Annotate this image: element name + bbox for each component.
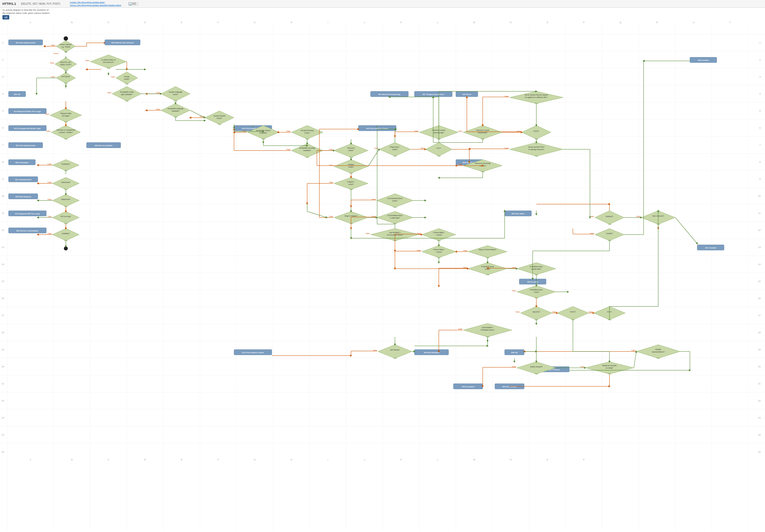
svg-text:4: 4 — [2, 93, 3, 95]
svg-text:Resource: Resource — [348, 147, 355, 149]
svg-text:201 Created: 201 Created — [705, 247, 716, 249]
svg-text:exists?: exists? — [392, 200, 397, 202]
svg-text:True: True — [535, 103, 538, 104]
svg-text:Redirect?: Redirect? — [606, 216, 613, 217]
svg-text:False: False — [107, 92, 111, 94]
svg-text:False: False — [636, 216, 640, 217]
svg-text:available?: available? — [172, 110, 180, 112]
svg-text:Conflict?: Conflict? — [606, 233, 613, 234]
svg-text:True: True — [656, 357, 660, 359]
svg-text:exists?: exists? — [349, 183, 354, 185]
svg-text:Server desires that the reques: Server desires that the request — [525, 94, 548, 96]
svg-text:True: True — [535, 155, 538, 157]
svg-text:4: 4 — [759, 93, 761, 95]
svg-text:Accept-Charset: Accept-Charset — [214, 115, 225, 117]
svg-text:2: 2 — [2, 59, 3, 61]
svg-text:9: 9 — [2, 178, 3, 180]
svg-marker-252 — [425, 142, 452, 156]
svg-text:E: E — [181, 458, 182, 461]
svg-text:Q: Q — [619, 21, 621, 24]
svg-text:O: O — [546, 21, 548, 24]
svg-text:9: 9 — [759, 178, 761, 180]
svg-marker-329 — [557, 306, 589, 320]
svg-text:3: 3 — [2, 76, 3, 78]
svg-text:L: L — [437, 21, 438, 24]
svg-text:True: True — [174, 100, 177, 102]
svg-text:Acceptable encoding: Acceptable encoding — [299, 147, 315, 149]
svg-text:type available?: type available? — [121, 94, 133, 96]
svg-text:19: 19 — [758, 348, 761, 351]
svg-text:20: 20 — [758, 366, 761, 368]
cc-license-icon — [129, 2, 138, 6]
source-link[interactable]: Source: http://throughput.net/alan-dean/… — [70, 4, 121, 7]
svg-text:P: P — [583, 458, 585, 461]
svg-text:Resource previously: Resource previously — [475, 162, 490, 164]
svg-text:25: 25 — [758, 451, 761, 453]
svg-text:24: 24 — [2, 433, 4, 436]
svg-marker-354 — [595, 228, 624, 241]
svg-text:F: F — [218, 21, 219, 24]
svg-text:* exists?: * exists? — [436, 234, 442, 236]
svg-line-536 — [190, 110, 205, 118]
svg-text:Etag in If-Match?: Etag in If-Match? — [345, 215, 358, 217]
svg-text:True: True — [107, 67, 110, 69]
svg-text:501 Not Implemented: 501 Not Implemented — [16, 42, 36, 44]
svg-text:Accept: Accept — [124, 76, 129, 78]
svg-text:202 Accepted: 202 Accepted — [462, 386, 474, 388]
svg-text:PUT?: PUT? — [436, 147, 441, 149]
svg-text:H: H — [291, 21, 292, 24]
svg-marker-238 — [52, 159, 79, 171]
svg-line-541 — [307, 211, 327, 217]
svg-text:1: 1 — [2, 41, 3, 44]
svg-text:5: 5 — [759, 110, 761, 112]
svg-text:False: False — [50, 62, 54, 64]
svg-text:J: J — [364, 21, 365, 24]
svg-text:e.g. TRACE: e.g. TRACE — [61, 46, 70, 48]
svg-text:If-Match: If-Match — [348, 164, 354, 165]
svg-text:True: True — [486, 274, 489, 276]
header-bar: HTTP/1.1 (DELETE, GET, HEAD, PUT, POST) … — [0, 0, 765, 8]
svg-text:400 Bad Request: 400 Bad Request — [15, 196, 31, 198]
svg-text:False: False — [48, 216, 52, 217]
creator-link[interactable]: Creator: http://throughput.net/alan-dean… — [70, 1, 121, 4]
svg-text:too large?: too large? — [62, 115, 70, 117]
svg-text:403 Forbidden: 403 Forbidden — [15, 161, 29, 164]
svg-text:True: True — [608, 223, 611, 225]
svg-text:L: L — [437, 458, 438, 461]
svg-text:405 Method Not Allowed: 405 Method Not Allowed — [111, 42, 134, 44]
svg-text:O: O — [546, 458, 548, 461]
svg-text:If-Modified-Since: If-Modified-Since — [530, 266, 543, 267]
svg-text:410 Gone: 410 Gone — [462, 93, 471, 96]
svg-text:POST?: POST? — [534, 130, 539, 132]
svg-text:B: B — [71, 458, 73, 461]
svg-text:B: B — [71, 21, 73, 24]
svg-text:P: P — [583, 21, 585, 24]
svg-text:303 See Other: 303 See Other — [511, 213, 524, 215]
svg-text:1: 1 — [759, 41, 761, 44]
svg-text:Accept-Language: Accept-Language — [169, 91, 182, 93]
svg-text:R: R — [656, 21, 658, 24]
svg-text:False: False — [51, 76, 55, 78]
diagram-svg: A B C D E F G H I J K L M N O P Q R S T … — [0, 20, 765, 531]
svg-text:True: True — [64, 138, 68, 140]
svg-text:False: False — [374, 147, 379, 149]
svg-text:If-None-Match:: If-None-Match: — [433, 249, 444, 250]
svg-text:Server permits POST: Server permits POST — [528, 146, 545, 148]
svg-text:200 OK: 200 OK — [14, 93, 20, 96]
svg-text:23: 23 — [758, 416, 761, 419]
svg-text:HEAD, POST?: HEAD, POST? — [60, 64, 71, 66]
svg-text:10: 10 — [758, 195, 761, 197]
svg-text:If-Modified-Since: If-Modified-Since — [481, 266, 494, 267]
svg-text:False: False — [329, 181, 333, 183]
svg-text:F: F — [218, 458, 219, 461]
svg-text:21: 21 — [758, 383, 761, 385]
svg-text:Resource moved: Resource moved — [476, 130, 489, 131]
svg-text:M: M — [473, 458, 475, 461]
svg-marker-287 — [52, 228, 79, 241]
svg-text:this resource?: this resource? — [103, 61, 114, 63]
svg-text:I: I — [328, 21, 329, 24]
svg-text:Acceptable charset: Acceptable charset — [256, 130, 271, 132]
svg-text:14: 14 — [2, 263, 4, 266]
svg-text:False: False — [48, 233, 52, 234]
svg-text:13: 13 — [758, 246, 761, 248]
